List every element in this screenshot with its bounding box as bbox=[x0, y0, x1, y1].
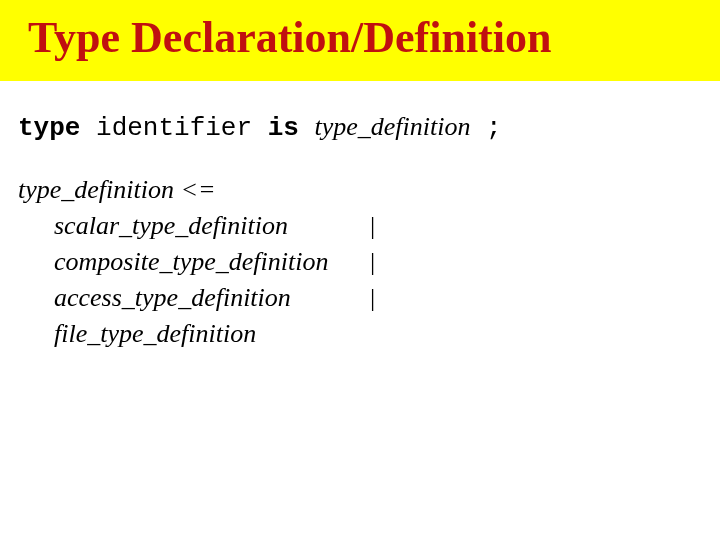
grammar-head: type_definition bbox=[18, 175, 174, 204]
pipe-0: | bbox=[370, 208, 375, 244]
alt-file: file_type_definition bbox=[54, 316, 256, 352]
space bbox=[252, 113, 268, 143]
page-title: Type Declaration/Definition bbox=[28, 12, 720, 63]
pipe-1: | bbox=[370, 244, 375, 280]
keyword-type: type bbox=[18, 113, 80, 143]
space bbox=[299, 113, 315, 143]
identifier-text: identifier bbox=[96, 113, 252, 143]
title-bar: Type Declaration/Definition bbox=[0, 0, 720, 81]
syntax-line: type identifier is type_definition ; bbox=[18, 109, 720, 146]
grammar-alt-1: composite_type_definition | bbox=[18, 244, 720, 280]
space bbox=[470, 113, 486, 143]
alt-access: access_type_definition bbox=[54, 280, 291, 316]
space bbox=[80, 113, 96, 143]
alt-scalar: scalar_type_definition bbox=[54, 208, 288, 244]
grammar-alt-2: access_type_definition | bbox=[18, 280, 720, 316]
grammar-alt-0: scalar_type_definition | bbox=[18, 208, 720, 244]
grammar-block: type_definition <= scalar_type_definitio… bbox=[18, 172, 720, 351]
type-definition-ref: type_definition bbox=[315, 112, 471, 141]
grammar-alt-3: file_type_definition bbox=[18, 316, 720, 352]
content-area: type identifier is type_definition ; typ… bbox=[0, 81, 720, 352]
pipe-2: | bbox=[370, 280, 375, 316]
alt-composite: composite_type_definition bbox=[54, 244, 328, 280]
semicolon: ; bbox=[486, 113, 502, 143]
keyword-is: is bbox=[268, 113, 299, 143]
grammar-op-text: <= bbox=[180, 175, 215, 204]
grammar-head-line: type_definition <= bbox=[18, 172, 720, 208]
